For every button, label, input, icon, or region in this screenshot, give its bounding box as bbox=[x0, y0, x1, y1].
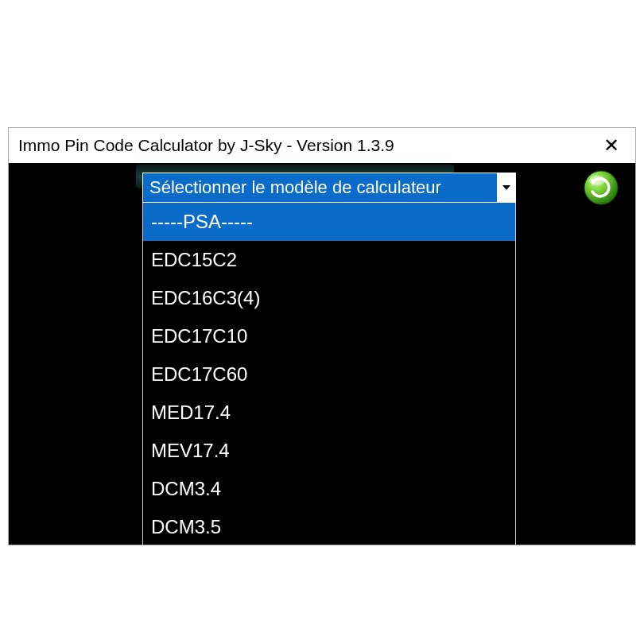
dropdown-item[interactable]: EDC17C60 bbox=[143, 355, 515, 394]
titlebar: Immo Pin Code Calculator by J-Sky - Vers… bbox=[9, 128, 635, 163]
close-icon: ✕ bbox=[603, 134, 619, 156]
refresh-icon bbox=[583, 169, 619, 206]
svg-point-0 bbox=[584, 171, 618, 204]
dropdown-item[interactable]: DCM3.4 bbox=[143, 470, 515, 508]
window-content: Sélectionner le modèle de calculateur --… bbox=[9, 163, 635, 545]
dropdown-item[interactable]: -----PSA----- bbox=[143, 203, 515, 241]
dropdown-item[interactable]: MED17.4 bbox=[143, 394, 515, 432]
window-title: Immo Pin Code Calculator by J-Sky - Vers… bbox=[18, 136, 394, 155]
dropdown-header[interactable]: Sélectionner le modèle de calculateur bbox=[142, 173, 516, 203]
dropdown-item[interactable]: DCM3.5 bbox=[143, 508, 515, 545]
dropdown-selected-value[interactable]: Sélectionner le modèle de calculateur bbox=[142, 173, 497, 203]
dropdown-item[interactable]: EDC15C2 bbox=[143, 241, 515, 279]
app-window: Immo Pin Code Calculator by J-Sky - Vers… bbox=[8, 127, 636, 545]
dropdown-list: -----PSA-----EDC15C2EDC16C3(4)EDC17C10ED… bbox=[142, 203, 516, 545]
model-dropdown[interactable]: Sélectionner le modèle de calculateur --… bbox=[142, 173, 516, 545]
dropdown-item[interactable]: EDC17C10 bbox=[143, 317, 515, 355]
dropdown-item[interactable]: EDC16C3(4) bbox=[143, 279, 515, 317]
dropdown-arrow-button[interactable] bbox=[497, 173, 516, 203]
chevron-down-icon bbox=[502, 185, 510, 190]
close-button[interactable]: ✕ bbox=[597, 134, 626, 157]
dropdown-item[interactable]: MEV17.4 bbox=[143, 432, 515, 470]
refresh-button[interactable] bbox=[583, 169, 619, 206]
